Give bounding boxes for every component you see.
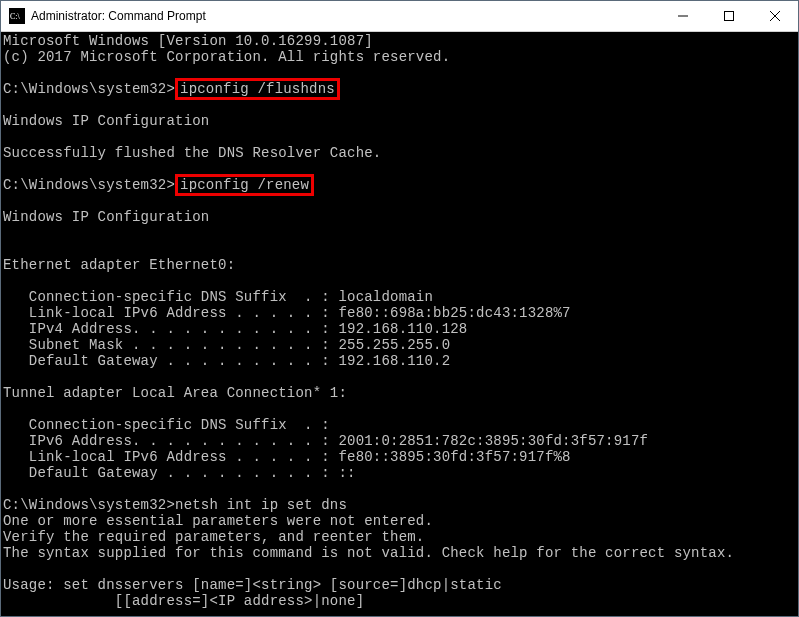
tun-dns-suffix: Connection-specific DNS Suffix . : (3, 417, 330, 433)
tunnel-header: Tunnel adapter Local Area Connection* 1: (3, 385, 347, 401)
prompt-1: C:\Windows\system32> (3, 81, 175, 97)
eth-subnet: Subnet Mask . . . . . . . . . . . : 255.… (3, 337, 450, 353)
version-line: Microsoft Windows [Version 10.0.16299.10… (3, 33, 373, 49)
svg-text:C:\: C:\ (10, 12, 21, 21)
eth-ipv6: Link-local IPv6 Address . . . . . : fe80… (3, 305, 571, 321)
minimize-button[interactable] (660, 1, 706, 31)
error-line-3: The syntax supplied for this command is … (3, 545, 734, 561)
prompt-3: C:\Windows\system32>netsh int ip set dns (3, 497, 347, 513)
copyright-line: (c) 2017 Microsoft Corporation. All righ… (3, 49, 450, 65)
highlighted-command-2: ipconfig /renew (175, 174, 314, 196)
window-title: Administrator: Command Prompt (31, 9, 660, 23)
tun-ipv6: IPv6 Address. . . . . . . . . . . : 2001… (3, 433, 648, 449)
error-line-1: One or more essential parameters were no… (3, 513, 433, 529)
svg-rect-3 (725, 12, 734, 21)
prompt-2: C:\Windows\system32> (3, 177, 175, 193)
cmd-icon: C:\ (9, 8, 25, 24)
ipconfig-header-2: Windows IP Configuration (3, 209, 209, 225)
tun-gateway: Default Gateway . . . . . . . . . : :: (3, 465, 356, 481)
eth-gateway: Default Gateway . . . . . . . . . : 192.… (3, 353, 450, 369)
ipconfig-header: Windows IP Configuration (3, 113, 209, 129)
error-line-2: Verify the required parameters, and reen… (3, 529, 424, 545)
usage-line-1: Usage: set dnsservers [name=]<string> [s… (3, 577, 502, 593)
eth-ipv4: IPv4 Address. . . . . . . . . . . : 192.… (3, 321, 467, 337)
highlighted-command-1: ipconfig /flushdns (175, 78, 340, 100)
ethernet-header: Ethernet adapter Ethernet0: (3, 257, 235, 273)
close-button[interactable] (752, 1, 798, 31)
maximize-button[interactable] (706, 1, 752, 31)
usage-line-2: [[address=]<IP address>|none] (3, 593, 364, 609)
flush-result: Successfully flushed the DNS Resolver Ca… (3, 145, 381, 161)
window-titlebar: C:\ Administrator: Command Prompt (1, 1, 798, 32)
tun-link-local: Link-local IPv6 Address . . . . . : fe80… (3, 449, 571, 465)
eth-dns-suffix: Connection-specific DNS Suffix . : local… (3, 289, 433, 305)
window-controls (660, 1, 798, 31)
terminal-output[interactable]: Microsoft Windows [Version 10.0.16299.10… (1, 32, 798, 616)
